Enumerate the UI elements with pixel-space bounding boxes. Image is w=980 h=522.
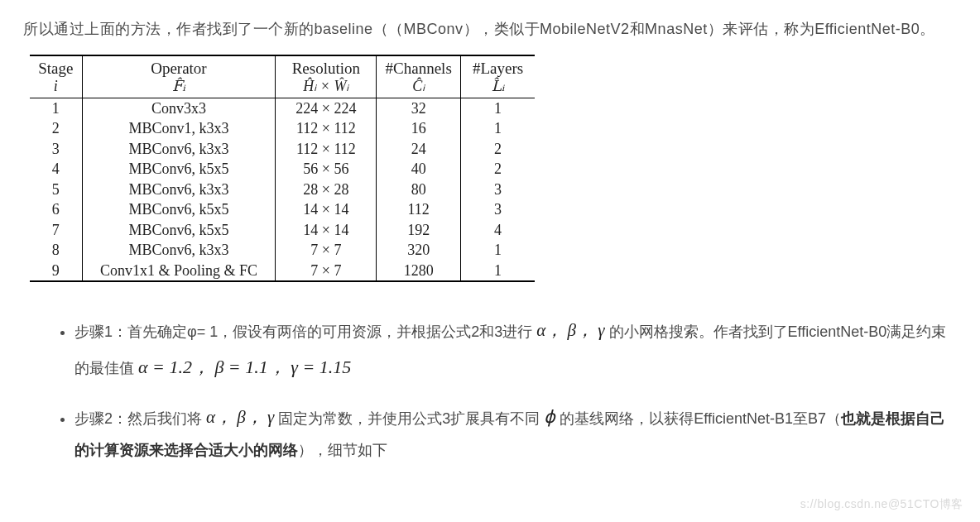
cell-resolution: 14 × 14 <box>276 199 377 220</box>
cell-channels: 80 <box>377 180 461 200</box>
cell-channels: 1280 <box>377 261 461 282</box>
watermark: s://blog.csdn.ne@51CTO博客 <box>800 493 963 515</box>
cell-channels: 320 <box>377 240 461 261</box>
cell-stage: 4 <box>30 159 82 180</box>
cell-stage: 2 <box>30 118 82 139</box>
step1-prefix: 步骤1：首先确定φ= 1，假设有两倍的可用资源，并根据公式2和3进行 <box>74 323 536 340</box>
table-row: 8MBConv6, k3x37 × 73201 <box>30 240 535 261</box>
architecture-table-wrap: Stagei OperatorF̂ᵢ ResolutionĤᵢ × Ŵᵢ #Ch… <box>30 55 535 282</box>
table-row: 2MBConv1, k3x3112 × 112161 <box>30 118 535 139</box>
cell-layers: 2 <box>461 139 535 160</box>
table-row: 3MBConv6, k3x3112 × 112242 <box>30 139 535 160</box>
step2-greek: α， β， γ <box>206 407 274 427</box>
cell-resolution: 56 × 56 <box>276 159 377 180</box>
cell-layers: 1 <box>461 240 535 261</box>
step2-mid: 固定为常数，并使用公式3扩展具有不同 <box>274 410 544 427</box>
step2-phi: ϕ <box>544 407 555 427</box>
cell-layers: 3 <box>461 199 535 220</box>
table-row: 6MBConv6, k5x514 × 141123 <box>30 199 535 220</box>
cell-layers: 2 <box>461 159 535 180</box>
cell-resolution: 7 × 7 <box>276 261 377 282</box>
step2-prefix: 步骤2：然后我们将 <box>74 410 206 427</box>
cell-stage: 9 <box>30 261 82 282</box>
cell-layers: 3 <box>461 180 535 200</box>
cell-operator: MBConv6, k3x3 <box>82 240 276 261</box>
th-channels: #ChannelsĈᵢ <box>377 55 461 98</box>
step-1: 步骤1：首先确定φ= 1，假设有两倍的可用资源，并根据公式2和3进行 α， β，… <box>74 312 957 386</box>
cell-operator: MBConv1, k3x3 <box>82 118 276 139</box>
cell-channels: 16 <box>377 118 461 139</box>
th-operator: OperatorF̂ᵢ <box>82 55 276 98</box>
step1-formula: α = 1.2， β = 1.1， γ = 1.15 <box>138 357 351 377</box>
cell-stage: 7 <box>30 220 82 241</box>
architecture-table: Stagei OperatorF̂ᵢ ResolutionĤᵢ × Ŵᵢ #Ch… <box>30 55 535 282</box>
cell-stage: 3 <box>30 139 82 160</box>
cell-layers: 1 <box>461 118 535 139</box>
cell-operator: Conv1x1 & Pooling & FC <box>82 261 276 282</box>
th-layers: #LayersL̂ᵢ <box>461 55 535 98</box>
th-stage: Stagei <box>30 55 82 98</box>
cell-channels: 192 <box>377 220 461 241</box>
cell-channels: 32 <box>377 98 461 118</box>
cell-layers: 4 <box>461 220 535 241</box>
cell-stage: 8 <box>30 240 82 261</box>
cell-operator: MBConv6, k5x5 <box>82 220 276 241</box>
th-resolution: ResolutionĤᵢ × Ŵᵢ <box>276 55 377 98</box>
cell-operator: MBConv6, k3x3 <box>82 180 276 200</box>
cell-stage: 6 <box>30 199 82 220</box>
cell-resolution: 224 × 224 <box>276 98 377 118</box>
cell-operator: MBConv6, k5x5 <box>82 159 276 180</box>
table-row: 7MBConv6, k5x514 × 141924 <box>30 220 535 241</box>
step2-suffix: ），细节如下 <box>298 442 387 458</box>
step1-greek: α， β， γ <box>536 320 604 340</box>
cell-resolution: 28 × 28 <box>276 180 377 200</box>
cell-channels: 24 <box>377 139 461 160</box>
cell-layers: 1 <box>461 261 535 282</box>
cell-operator: MBConv6, k5x5 <box>82 199 276 220</box>
table-row: 9Conv1x1 & Pooling & FC7 × 712801 <box>30 261 535 282</box>
table-row: 5MBConv6, k3x328 × 28803 <box>30 180 535 200</box>
cell-layers: 1 <box>461 98 535 118</box>
cell-resolution: 7 × 7 <box>276 240 377 261</box>
table-row: 4MBConv6, k5x556 × 56402 <box>30 159 535 180</box>
intro-paragraph: 所以通过上面的方法，作者找到了一个新的baseline（（MBConv），类似于… <box>23 15 957 43</box>
cell-stage: 1 <box>30 98 82 118</box>
steps-list: 步骤1：首先确定φ= 1，假设有两倍的可用资源，并根据公式2和3进行 α， β，… <box>23 312 957 466</box>
step-2: 步骤2：然后我们将 α， β， γ 固定为常数，并使用公式3扩展具有不同 ϕ 的… <box>74 399 957 467</box>
cell-resolution: 112 × 112 <box>276 118 377 139</box>
cell-resolution: 112 × 112 <box>276 139 377 160</box>
cell-resolution: 14 × 14 <box>276 220 377 241</box>
table-row: 1Conv3x3224 × 224321 <box>30 98 535 118</box>
cell-stage: 5 <box>30 180 82 200</box>
cell-channels: 112 <box>377 199 461 220</box>
step2-after-phi: 的基线网络，以获得EfficientNet-B1至B7（ <box>555 410 841 427</box>
cell-operator: Conv3x3 <box>82 98 276 118</box>
table-body: 1Conv3x3224 × 2243212MBConv1, k3x3112 × … <box>30 98 535 281</box>
cell-channels: 40 <box>377 159 461 180</box>
cell-operator: MBConv6, k3x3 <box>82 139 276 160</box>
